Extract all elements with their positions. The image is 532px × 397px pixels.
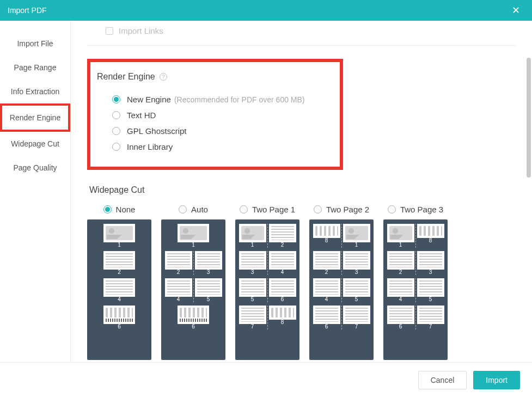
render-option-text-hd[interactable]: Text HD [97,107,330,123]
sidebar-item-page-range[interactable]: Page Range [0,56,70,80]
titlebar: Import PDF ✕ [0,0,532,21]
import-button[interactable]: Import [473,371,520,389]
scrollbar-thumb[interactable] [527,58,531,178]
radio-icon [112,127,120,135]
radio-icon [240,205,248,213]
footer: Cancel Import [0,362,532,397]
render-engine-section: Render Engine ? New Engine (Recommended … [87,59,343,170]
render-option-new-engine[interactable]: New Engine (Recommended for PDF over 600… [97,91,330,107]
radio-icon [112,143,120,151]
checkbox-icon [106,27,113,35]
help-icon[interactable]: ? [160,73,167,81]
render-option-gpl-ghostscript[interactable]: GPL Ghostscript [97,123,330,139]
widepage-preview-tp2: 8 1 2 3 4 5 [309,219,374,360]
radio-icon [314,205,322,213]
sidebar-item-widepage-cut[interactable]: Widepage Cut [0,132,70,156]
radio-icon [388,205,396,213]
widepage-option-two-page-3: Two Page 3 1 8 2 3 [383,205,448,360]
render-option-inner-library[interactable]: Inner Library [97,139,330,155]
radio-icon [112,95,120,103]
widepage-radio-two-page-1[interactable]: Two Page 1 [240,205,295,214]
cancel-button[interactable]: Cancel [418,371,467,389]
close-icon[interactable]: ✕ [507,2,524,19]
widepage-preview-tp3: 1 8 2 3 4 5 [383,219,448,360]
sidebar: Import File Page Range Info Extraction R… [0,21,71,362]
widepage-radio-two-page-3[interactable]: Two Page 3 [388,205,443,214]
widepage-option-none: None 1 2 4 6 [87,205,151,360]
dialog-title: Import PDF [8,6,507,15]
radio-icon [112,111,120,119]
main-panel: Import Links Render Engine ? New Engine … [71,21,532,362]
sidebar-item-render-engine[interactable]: Render Engine [0,103,70,132]
render-engine-title: Render Engine ? [97,72,330,82]
widepage-option-auto: Auto 1 2 3 4 5 6 [161,205,225,360]
sidebar-item-info-extraction[interactable]: Info Extraction [0,80,70,103]
import-links-checkbox[interactable]: Import Links [106,26,516,35]
scrollbar[interactable] [527,21,531,362]
widepage-cut-section: Widepage Cut None 1 2 4 6 [87,185,516,362]
widepage-option-two-page-2: Two Page 2 8 1 2 3 [309,205,374,360]
widepage-radio-two-page-2[interactable]: Two Page 2 [314,205,369,214]
widepage-preview-tp1: 1 2 3 4 5 6 [235,219,299,360]
widepage-option-two-page-1: Two Page 1 1 2 3 4 [235,205,299,360]
import-links-label: Import Links [119,26,163,35]
radio-icon [103,205,112,213]
sidebar-item-import-file[interactable]: Import File [0,32,70,56]
widepage-preview-none: 1 2 4 6 [87,219,151,360]
sidebar-item-page-quality[interactable]: Page Quality [0,156,70,180]
widepage-radio-none[interactable]: None [103,205,136,214]
widepage-radio-auto[interactable]: Auto [179,205,208,214]
previous-section-tail: Import Links [87,21,516,46]
widepage-cut-title: Widepage Cut [89,185,516,195]
widepage-preview-auto: 1 2 3 4 5 6 [161,219,225,360]
radio-icon [179,205,187,213]
